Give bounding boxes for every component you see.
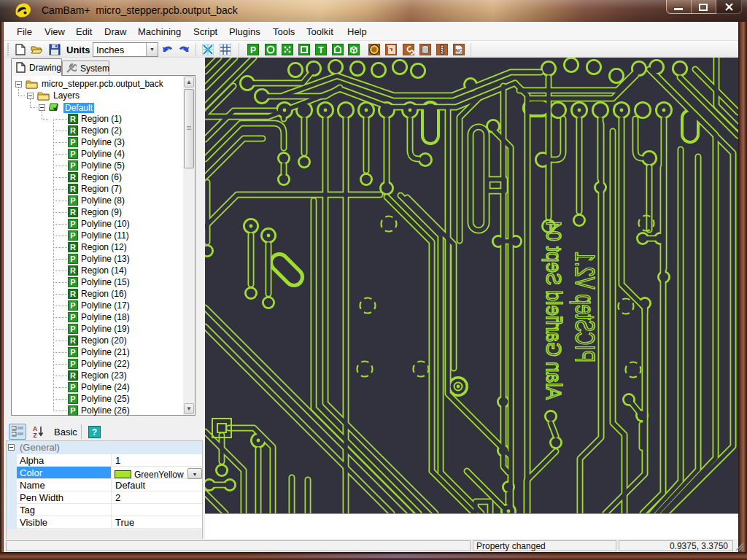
svg-text:R: R — [70, 289, 76, 298]
svg-text:R: R — [70, 114, 76, 123]
svg-text:P: P — [70, 219, 75, 228]
svg-text:P: P — [70, 149, 75, 158]
svg-text:P: P — [70, 301, 75, 310]
svg-text:P: P — [250, 45, 256, 55]
svg-text:R: R — [70, 184, 76, 193]
svg-text:PICStep V2.1: PICStep V2.1 — [570, 252, 600, 362]
svg-text:R: R — [70, 266, 76, 275]
svg-text:R: R — [70, 173, 76, 182]
svg-text:+: + — [12, 432, 15, 437]
svg-text:R: R — [70, 336, 76, 345]
svg-text:NC: NC — [455, 48, 462, 53]
svg-text:R: R — [70, 126, 76, 135]
svg-text:P: P — [70, 138, 75, 147]
svg-text:P: P — [70, 359, 75, 368]
svg-text:R: R — [70, 208, 76, 217]
svg-text:P: P — [70, 231, 75, 240]
svg-text:P: P — [70, 254, 75, 263]
svg-text:P: P — [70, 324, 75, 333]
svg-text:P: P — [70, 406, 75, 415]
svg-text:R: R — [70, 371, 76, 380]
svg-text:P: P — [70, 313, 75, 322]
svg-text:P: P — [70, 394, 75, 403]
svg-text:P: P — [70, 383, 75, 392]
svg-text:Alan Garfield Sept 04: Alan Garfield Sept 04 — [542, 220, 566, 400]
svg-text:P: P — [70, 278, 75, 287]
svg-text:+: + — [12, 427, 15, 431]
svg-text:P: P — [70, 161, 75, 170]
svg-text:P: P — [70, 348, 75, 357]
svg-text:P: P — [70, 196, 75, 205]
svg-text:R: R — [70, 243, 76, 252]
svg-text:Z: Z — [33, 432, 36, 438]
svg-text:T: T — [318, 45, 324, 55]
